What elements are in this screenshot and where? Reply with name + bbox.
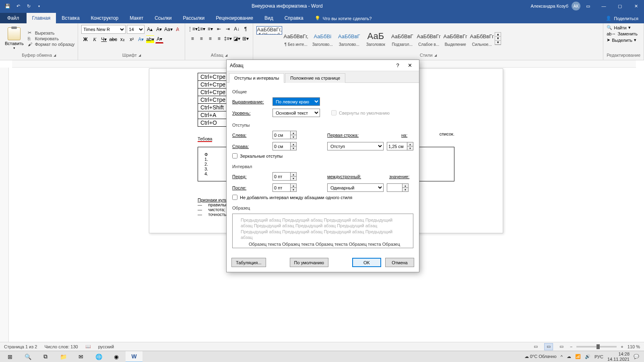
- bold-button[interactable]: Ж: [81, 35, 89, 43]
- clipboard-launcher[interactable]: ◢: [54, 53, 56, 57]
- print-layout-button[interactable]: ▭: [544, 343, 553, 350]
- para-launcher[interactable]: ◢: [225, 53, 227, 57]
- explorer-button[interactable]: 📁: [55, 351, 72, 362]
- tab-references[interactable]: Ссылки: [149, 13, 177, 23]
- after-spinner[interactable]: ▲▼: [272, 183, 297, 192]
- by-input[interactable]: [387, 142, 407, 150]
- show-marks-button[interactable]: ¶: [242, 25, 250, 33]
- vertical-ruler[interactable]: [0, 68, 9, 351]
- onedrive-icon[interactable]: ☁: [567, 354, 571, 359]
- find-button[interactable]: 🔍Найти ▾: [607, 25, 630, 30]
- maximize-button[interactable]: ▢: [612, 0, 628, 12]
- notifications-icon[interactable]: 💬: [634, 354, 639, 359]
- status-page[interactable]: Страница 1 из 2: [4, 344, 37, 349]
- save-icon[interactable]: 💾: [4, 4, 11, 9]
- tab-home[interactable]: Главная: [27, 13, 56, 23]
- style-item[interactable]: АаБбВвГг,¶ Обычный: [256, 26, 282, 35]
- weather-widget[interactable]: ☁ 0°C Облачно: [524, 354, 557, 359]
- user-avatar[interactable]: АК: [572, 2, 580, 10]
- web-layout-button[interactable]: ▭: [557, 343, 566, 350]
- firstline-select[interactable]: Отступ: [327, 142, 384, 150]
- increase-indent-button[interactable]: ⇥: [224, 25, 232, 33]
- style-item[interactable]: АаБбВвГгВыделение: [442, 26, 468, 51]
- level-select[interactable]: Основной текст: [272, 109, 320, 117]
- default-button[interactable]: По умолчанию: [290, 258, 328, 267]
- mirror-checkbox[interactable]: [232, 153, 237, 158]
- spin-down[interactable]: ▼: [291, 146, 296, 150]
- zoom-level[interactable]: 110 %: [627, 344, 640, 349]
- spellcheck-icon[interactable]: 📖: [85, 344, 91, 349]
- justify-button[interactable]: ≡: [215, 35, 223, 43]
- mail-button[interactable]: ✉: [72, 351, 89, 362]
- spin-down[interactable]: ▼: [407, 146, 413, 150]
- spin-up[interactable]: ▲: [291, 184, 296, 188]
- tab-layout[interactable]: Макет: [124, 13, 149, 23]
- copy-button[interactable]: ⎘Копировать: [28, 36, 75, 41]
- styles-launcher[interactable]: ◢: [434, 53, 437, 57]
- spin-up[interactable]: ▲: [402, 184, 408, 188]
- style-item[interactable]: АаБбВвГгСлабое в...: [416, 26, 442, 51]
- select-button[interactable]: ➤Выделить ▾: [607, 37, 636, 43]
- align-center-button[interactable]: ≡: [197, 35, 205, 43]
- start-button[interactable]: ⊞: [2, 351, 19, 362]
- undo-icon[interactable]: ↶: [14, 4, 22, 9]
- clock[interactable]: 14:28 14.11.2021: [607, 352, 630, 361]
- dialog-tab-pagination[interactable]: Положение на странице: [285, 73, 345, 83]
- tab-review[interactable]: Рецензирование: [210, 13, 259, 23]
- linespacing-select[interactable]: Одинарный: [327, 183, 384, 192]
- format-painter-button[interactable]: 🖌Формат по образцу: [28, 42, 75, 47]
- word-button[interactable]: W: [126, 351, 142, 362]
- ribbon-options-icon[interactable]: ▭: [586, 4, 590, 9]
- read-mode-button[interactable]: ▭: [531, 343, 540, 350]
- paste-button[interactable]: Вставить ▼: [3, 27, 25, 50]
- style-item[interactable]: АаБбВіЗаголово...: [310, 26, 335, 51]
- chrome-button[interactable]: ◉: [108, 351, 125, 362]
- spin-up[interactable]: ▲: [407, 142, 413, 146]
- wifi-icon[interactable]: 📶: [575, 354, 581, 359]
- at-spinner[interactable]: ▲▼: [387, 183, 409, 192]
- spin-down[interactable]: ▼: [291, 188, 296, 191]
- spin-up[interactable]: ▲: [291, 173, 296, 177]
- zoom-slider[interactable]: [576, 346, 617, 348]
- subscript-button[interactable]: x₂: [118, 35, 126, 43]
- dialog-help-button[interactable]: ?: [392, 60, 404, 71]
- replace-button[interactable]: ab↔Заменить: [607, 31, 638, 36]
- styles-more[interactable]: ▼: [495, 41, 501, 45]
- font-size-select[interactable]: 14: [127, 25, 144, 34]
- align-left-button[interactable]: ≡: [188, 35, 196, 43]
- status-words[interactable]: Число слов: 130: [44, 344, 78, 349]
- user-name[interactable]: Александра Козуб: [531, 4, 568, 8]
- alignment-select[interactable]: По левому краю: [272, 97, 320, 106]
- italic-button[interactable]: К: [91, 35, 99, 43]
- dialog-tab-indents[interactable]: Отступы и интервалы: [229, 73, 284, 83]
- qat-more-icon[interactable]: ▾: [35, 4, 43, 8]
- share-button[interactable]: 👤 Поделиться: [600, 13, 644, 23]
- clear-format-button[interactable]: A̷: [173, 25, 182, 33]
- spin-up[interactable]: ▲: [291, 131, 296, 135]
- tabs-button[interactable]: Табуляция...: [231, 258, 266, 267]
- superscript-button[interactable]: x²: [128, 35, 136, 43]
- spin-up[interactable]: ▲: [291, 142, 296, 146]
- tab-design[interactable]: Конструктор: [85, 13, 124, 23]
- styles-up[interactable]: ▲: [495, 33, 501, 37]
- right-indent-spinner[interactable]: ▲▼: [272, 142, 297, 150]
- status-lang[interactable]: русский: [98, 344, 114, 349]
- ok-button[interactable]: OK: [352, 258, 381, 267]
- shading-button[interactable]: ◪▾: [233, 35, 241, 43]
- style-item[interactable]: АаБбВвГПодзагол...: [389, 26, 415, 51]
- close-button[interactable]: ✕: [628, 0, 644, 12]
- bullets-button[interactable]: ⋮≡▾: [188, 25, 196, 33]
- zoom-out-button[interactable]: −: [570, 344, 572, 349]
- spin-down[interactable]: ▼: [291, 177, 296, 180]
- style-item[interactable]: АаБЗаголовок: [363, 26, 388, 51]
- task-view-button[interactable]: ⧉: [37, 351, 54, 362]
- highlight-button[interactable]: ab▾: [146, 35, 154, 43]
- volume-icon[interactable]: 🔊: [585, 354, 590, 359]
- underline-button[interactable]: Ч▾: [100, 35, 108, 43]
- after-input[interactable]: [272, 183, 290, 192]
- font-launcher[interactable]: ◢: [138, 53, 141, 57]
- before-spinner[interactable]: ▲▼: [272, 172, 297, 181]
- align-right-button[interactable]: ≡: [206, 35, 214, 43]
- by-spinner[interactable]: ▲▼: [387, 142, 413, 150]
- spin-down[interactable]: ▼: [291, 135, 296, 139]
